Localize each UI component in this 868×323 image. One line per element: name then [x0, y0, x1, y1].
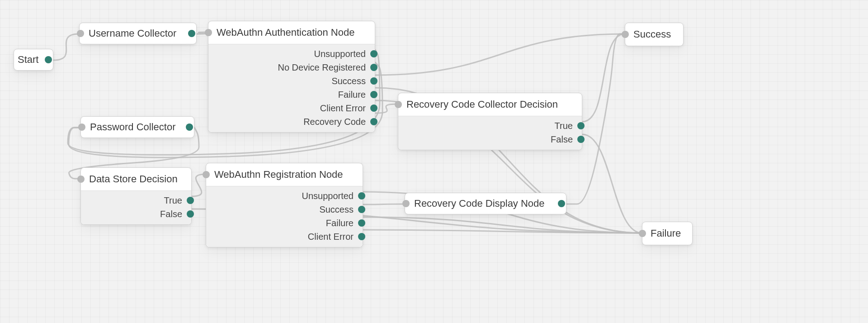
port-out-client-error[interactable]: [358, 233, 365, 240]
output-label: Failure: [326, 218, 354, 228]
node-title: Failure: [651, 228, 686, 239]
port-out-no-device[interactable]: [370, 64, 377, 71]
node-title: Password Collector: [90, 121, 181, 133]
port-out-client-error[interactable]: [370, 104, 377, 112]
output-label: False: [551, 134, 573, 145]
port-in[interactable]: [203, 171, 210, 178]
output-label: Success: [331, 76, 366, 86]
output-label: Client Error: [308, 232, 354, 242]
port-out-true[interactable]: [187, 197, 194, 204]
port-in[interactable]: [205, 29, 212, 36]
port-out[interactable]: [186, 124, 193, 131]
output-label: Unsupported: [302, 191, 354, 201]
outputs-panel: True False: [81, 190, 191, 224]
port-out-failure[interactable]: [358, 219, 365, 227]
port-out-unsupported[interactable]: [358, 192, 365, 200]
edges-layer: [0, 0, 868, 323]
node-password-collector[interactable]: Password Collector: [80, 116, 194, 138]
output-unsupported: Unsupported: [208, 189, 361, 203]
output-label: No Device Registered: [278, 62, 366, 73]
output-client-error: Client Error: [210, 101, 373, 115]
node-recovery-code-display[interactable]: Recovery Code Display Node: [405, 193, 566, 214]
node-start[interactable]: Start: [14, 49, 53, 71]
node-title: Recovery Code Collector Decision: [406, 99, 574, 110]
outputs-panel: True False: [398, 116, 582, 150]
output-client-error: Client Error: [208, 230, 361, 243]
port-in[interactable]: [622, 31, 629, 38]
node-start-title: Start: [18, 54, 40, 66]
port-in[interactable]: [78, 124, 85, 131]
node-username-collector[interactable]: Username Collector: [79, 23, 197, 44]
edge: [363, 204, 405, 204]
port-out-false[interactable]: [187, 210, 194, 218]
port-in[interactable]: [77, 176, 85, 183]
node-failure[interactable]: Failure: [642, 222, 693, 245]
port-out[interactable]: [45, 56, 52, 63]
edge: [375, 34, 625, 75]
node-title: WebAuthn Authentication Node: [217, 27, 367, 38]
output-failure: Failure: [210, 88, 373, 101]
port-out-recovery-code[interactable]: [370, 118, 377, 125]
edge: [53, 34, 79, 60]
port-out-failure[interactable]: [370, 91, 377, 98]
output-label: Unsupported: [314, 49, 366, 59]
output-success: Success: [208, 203, 361, 216]
output-failure: Failure: [208, 216, 361, 230]
node-title: WebAuthn Registration Node: [214, 169, 354, 180]
edge: [363, 217, 642, 233]
port-in[interactable]: [639, 230, 646, 237]
output-success: Success: [210, 74, 373, 88]
node-title: Data Store Decision: [89, 173, 183, 185]
outputs-panel: Unsupported Success Failure Client Error: [206, 186, 363, 247]
port-out-false[interactable]: [577, 136, 585, 143]
node-recovery-code-collector-decision[interactable]: Recovery Code Collector Decision True Fa…: [398, 93, 582, 150]
port-out[interactable]: [558, 200, 565, 207]
output-false: False: [400, 133, 580, 146]
node-title: Success: [633, 28, 677, 40]
output-true: True: [83, 194, 189, 207]
port-out-success[interactable]: [370, 77, 377, 85]
edge: [582, 134, 642, 233]
output-false: False: [83, 207, 189, 221]
node-success[interactable]: Success: [625, 23, 684, 46]
node-webauthn-authentication[interactable]: WebAuthn Authentication Node Unsupported…: [208, 21, 375, 133]
output-recovery-code: Recovery Code: [210, 115, 373, 128]
output-no-device-registered: No Device Registered: [210, 61, 373, 74]
flow-canvas[interactable]: { "colors": { "port_green": "#2f7f72", "…: [0, 0, 868, 323]
output-label: Failure: [338, 90, 366, 100]
port-out-success[interactable]: [358, 206, 365, 213]
output-label: True: [164, 195, 182, 206]
port-in[interactable]: [395, 101, 402, 108]
node-data-store-decision[interactable]: Data Store Decision True False: [80, 167, 192, 225]
port-in[interactable]: [77, 30, 84, 37]
output-label: True: [555, 121, 573, 131]
output-label: Recovery Code: [303, 117, 366, 127]
output-label: Client Error: [320, 103, 366, 114]
node-title: Recovery Code Display Node: [414, 198, 553, 209]
output-true: True: [400, 119, 580, 133]
edge: [582, 34, 625, 122]
port-out[interactable]: [188, 30, 195, 37]
edge: [363, 230, 642, 233]
outputs-panel: Unsupported No Device Registered Success…: [208, 44, 375, 132]
node-title: Username Collector: [89, 28, 184, 39]
port-out-true[interactable]: [577, 122, 585, 129]
node-webauthn-registration[interactable]: WebAuthn Registration Node Unsupported S…: [206, 163, 363, 247]
output-label: False: [160, 209, 182, 219]
output-unsupported: Unsupported: [210, 47, 373, 61]
port-out-unsupported[interactable]: [370, 50, 377, 57]
output-label: Success: [319, 204, 354, 215]
port-in[interactable]: [402, 200, 410, 207]
